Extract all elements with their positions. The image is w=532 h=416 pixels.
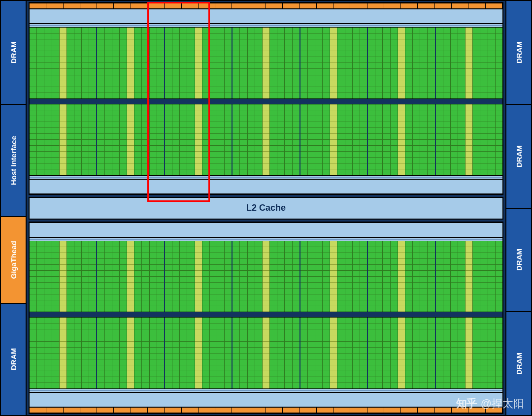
sfu-column [398,318,405,388]
core-column [30,318,59,388]
sm-block [300,318,368,388]
sfu-column [195,318,202,388]
sm-block [368,241,435,312]
core-column [202,241,232,312]
side-block-dram: DRAM [506,312,532,416]
core-column [233,28,262,98]
left-side-blocks: DRAMHost InterfaceGigaTheadDRAM [0,0,27,416]
core-column [337,241,367,312]
sfu-column [195,241,202,312]
core-column [202,104,232,175]
core-column [270,28,299,98]
core-column [368,318,398,388]
gpu-chip-diagram: DRAMHost InterfaceGigaTheadDRAM L2 Cache… [0,0,532,416]
right-side-blocks: DRAMDRAMDRAMDRAM [505,0,532,416]
register-file-bar [30,24,502,28]
core-column [300,104,330,175]
side-block-host-interface: Host Interface [0,104,26,217]
sm-block [165,104,233,175]
dispatch-bar [30,392,502,407]
sfu-column [330,104,337,175]
core-column [165,104,195,175]
sm-block [233,104,300,175]
sm-block [165,241,233,312]
core-column [202,28,232,98]
sm-block [300,104,368,175]
core-column [368,241,398,312]
core-column [165,318,195,388]
core-column [473,318,502,388]
core-column [368,104,398,175]
core-column [202,318,232,388]
core-column [233,318,262,388]
core-column [337,104,367,175]
sm-row [30,104,502,175]
sfu-column [59,28,67,98]
core-column [436,318,466,388]
core-column [165,241,195,312]
dispatch-bar [30,9,502,24]
core-column [97,104,127,175]
sfu-column [127,28,134,98]
sm-row [30,241,502,312]
sm-row [30,28,502,98]
interconnect-bar [30,312,502,318]
register-file-bar [30,388,502,392]
sfu-column [465,28,473,98]
sfu-column [195,28,202,98]
register-file-bar [30,237,502,241]
sm-block [436,104,502,175]
core-column [67,28,97,98]
core-column [405,28,435,98]
sm-block [233,28,300,98]
core-column [97,241,127,312]
sfu-column [262,318,270,388]
core-column [97,28,127,98]
l2-cache: L2 Cache [29,197,503,220]
core-column [436,241,466,312]
sm-block [300,241,368,312]
sm-block [30,318,97,388]
core-column [67,104,97,175]
side-block-dram: DRAM [506,104,532,208]
core-column [134,241,164,312]
sm-row [30,318,502,388]
core-column [97,318,127,388]
core-column [405,104,435,175]
sm-block [165,28,233,98]
core-column [300,318,330,388]
core-column [233,104,262,175]
side-block-dram: DRAM [506,208,532,312]
core-column [270,318,299,388]
core-column [405,318,435,388]
sm-block [368,28,435,98]
sm-block [97,241,165,312]
side-block-dram: DRAM [506,0,532,104]
core-column [436,28,466,98]
warp-scheduler-bar [30,407,502,413]
core-column [134,28,164,98]
core-column [368,28,398,98]
sfu-column [127,318,134,388]
sfu-column [59,241,67,312]
core-column [473,104,502,175]
core-column [300,28,330,98]
sfu-column [195,104,202,175]
core-column [337,318,367,388]
sm-block [436,318,502,388]
core-column [134,104,164,175]
sfu-column [465,241,473,312]
core-column [473,28,502,98]
sm-block [436,241,502,312]
sm-block [233,318,300,388]
core-column [30,28,59,98]
core-column [270,104,299,175]
dispatch-bar [30,223,502,237]
interconnect-bar [30,98,502,104]
sfu-column [59,104,67,175]
sm-block [368,318,435,388]
sm-block [30,104,97,175]
core-column [134,318,164,388]
sfu-column [127,241,134,312]
core-column [30,104,59,175]
